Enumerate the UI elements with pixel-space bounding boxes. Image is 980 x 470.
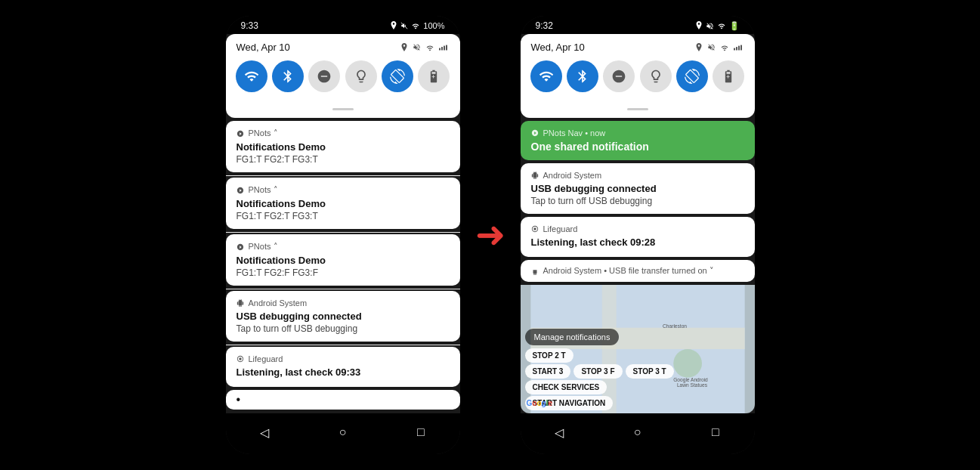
- home-button-left[interactable]: ○: [331, 421, 354, 444]
- notif-card-1[interactable]: PNots ˄ Notifications Demo FG1:T FG2:T F…: [226, 121, 460, 172]
- notif-title-2: Notifications Demo: [236, 198, 450, 209]
- back-button-left[interactable]: ◁: [253, 421, 276, 444]
- google-logo: Google: [527, 399, 552, 407]
- manage-notifications-btn[interactable]: Manage notifications: [525, 329, 620, 345]
- map-overlay: Manage notifications STOP 2 T START 3 ST…: [521, 329, 755, 413]
- r-rotate-toggle[interactable]: [676, 60, 708, 92]
- right-qs-toggles: [521, 56, 755, 98]
- mute-icon: [400, 21, 408, 30]
- right-phone: 9:32 🔋 Wed, Apr 10: [521, 16, 755, 454]
- qs-right-icons: [400, 43, 450, 52]
- notif-app-row-2: PNots ˄: [236, 185, 450, 195]
- notif-card-pnots-nav[interactable]: PNots Nav • now One shared notification: [521, 121, 755, 160]
- qs-mute-icon: [413, 43, 421, 51]
- notif-card-usb-right[interactable]: Android System USB debugging connected T…: [521, 163, 755, 214]
- flashlight-toggle[interactable]: [345, 60, 377, 92]
- r-qs-icons: [695, 43, 744, 52]
- notif-app-name-lifeguard-right: Lifeguard: [543, 224, 578, 233]
- back-button-right[interactable]: ◁: [548, 421, 570, 444]
- notif-app-name-3: PNots ˄: [249, 242, 278, 252]
- notif-card-2[interactable]: PNots ˄ Notifications Demo FG1:T FG2:T F…: [226, 178, 460, 229]
- right-notifications: PNots Nav • now One shared notification …: [521, 118, 755, 413]
- divider-4: [226, 345, 460, 345]
- r-qs-signal: [734, 44, 744, 51]
- notif-app-row-lifeguard-right: Lifeguard: [531, 224, 744, 233]
- check-services-btn[interactable]: CHECK SERVICES: [525, 380, 607, 394]
- pnots-icon-1: [236, 130, 244, 138]
- notif-card-usb-file[interactable]: Android System • USB file transfer turne…: [521, 260, 755, 282]
- notif-card-4[interactable]: Android System USB debugging connected T…: [226, 291, 460, 342]
- right-date: Wed, Apr 10: [531, 42, 585, 53]
- dnd-toggle[interactable]: [308, 60, 340, 92]
- notif-app-name-4: Android System: [249, 298, 308, 308]
- notif-body-4: Tap to turn off USB debugging: [236, 323, 450, 334]
- pnots-icon-2: [236, 187, 244, 194]
- notif-body-3: FG1:T FG2:F FG3:F: [236, 267, 450, 278]
- pnots-nav-title: One shared notification: [531, 141, 744, 153]
- right-time: 9:32: [536, 20, 553, 31]
- pnots-icon-3: [236, 243, 244, 251]
- notif-title-5: Listening, last check 09:33: [236, 366, 450, 378]
- notif-card-5[interactable]: Lifeguard Listening, last check 09:33: [226, 347, 460, 387]
- notif-app-row-3: PNots ˄: [236, 242, 450, 252]
- start-3-btn[interactable]: START 3: [525, 364, 571, 379]
- r-battery-toggle[interactable]: [713, 60, 744, 92]
- right-battery: 🔋: [729, 21, 740, 31]
- r-flash-toggle[interactable]: [640, 60, 672, 92]
- notif-app-name-1: PNots ˄: [249, 128, 278, 138]
- android-icon-right: [531, 172, 539, 179]
- notif-app-row-usb-right: Android System: [531, 171, 744, 180]
- svg-rect-8: [740, 45, 742, 50]
- map-area: Google Android Lawn Statues Charleston M…: [521, 285, 755, 413]
- svg-rect-7: [738, 45, 740, 50]
- notif-body-1: FG1:T FG2:T FG3:T: [236, 154, 450, 165]
- notif-title-lifeguard-right: Listening, last check 09:28: [531, 237, 744, 248]
- lifeguard-icon-left: [236, 355, 244, 363]
- wifi-icon-status: [411, 22, 420, 29]
- divider-3: [226, 289, 460, 289]
- right-status-bar: 9:32 🔋: [521, 16, 755, 34]
- qs-header-left: Wed, Apr 10: [226, 34, 460, 56]
- left-notifications: PNots ˄ Notifications Demo FG1:T FG2:T F…: [226, 118, 460, 413]
- notif-card-3[interactable]: PNots ˄ Notifications Demo FG1:T FG2:F F…: [226, 234, 460, 286]
- qs-header-right: Wed, Apr 10: [521, 34, 755, 56]
- notif-app-name-5: Lifeguard: [249, 354, 283, 363]
- home-button-right[interactable]: ○: [626, 421, 648, 444]
- recents-button-left[interactable]: □: [410, 421, 432, 444]
- recents-button-right[interactable]: □: [704, 421, 727, 444]
- divider-2: [226, 232, 460, 233]
- stop-2t-btn[interactable]: STOP 2 T: [525, 348, 573, 363]
- bluetooth-toggle[interactable]: [272, 60, 304, 92]
- usb-file-row: Android System • USB file transfer turne…: [531, 266, 744, 276]
- battery-saver-toggle[interactable]: [418, 60, 450, 92]
- map-btn-row-2: START 3 STOP 3 F STOP 3 T: [525, 364, 750, 379]
- notif-card-lifeguard-right[interactable]: Lifeguard Listening, last check 09:28: [521, 217, 755, 257]
- main-container: 9:33 100% Wed, Apr 10: [0, 0, 980, 470]
- notif-app-row-4: Android System: [236, 298, 450, 308]
- r-qs-mute: [707, 43, 716, 51]
- location-icon: [390, 21, 397, 30]
- left-date: Wed, Apr 10: [236, 42, 290, 53]
- notif-app-row-1: PNots ˄: [236, 128, 450, 138]
- svg-rect-2: [441, 47, 443, 51]
- stop-3f-btn[interactable]: STOP 3 F: [573, 364, 622, 379]
- left-battery: 100%: [423, 21, 444, 30]
- qs-location-icon: [400, 43, 408, 52]
- svg-rect-4: [446, 45, 447, 50]
- pnots-nav-icon: [531, 129, 539, 137]
- rotate-toggle[interactable]: [382, 60, 413, 92]
- arrow-container: ➜: [460, 217, 521, 253]
- left-time: 9:33: [241, 20, 258, 31]
- notif-title-1: Notifications Demo: [236, 141, 450, 153]
- r-wifi-toggle[interactable]: [530, 60, 562, 92]
- r-bt-toggle[interactable]: [567, 60, 598, 92]
- svg-rect-3: [444, 45, 445, 50]
- left-status-icons: 100%: [390, 21, 444, 30]
- left-quick-settings: Wed, Apr 10: [226, 34, 460, 118]
- r-dnd-toggle[interactable]: [603, 60, 635, 92]
- left-status-bar: 9:33 100%: [226, 16, 460, 34]
- wifi-toggle[interactable]: [236, 60, 267, 92]
- stop-3t-btn[interactable]: STOP 3 T: [626, 364, 674, 379]
- right-bottom-nav: ◁ ○ □: [521, 413, 755, 454]
- left-bottom-nav: ◁ ○ □: [226, 413, 460, 454]
